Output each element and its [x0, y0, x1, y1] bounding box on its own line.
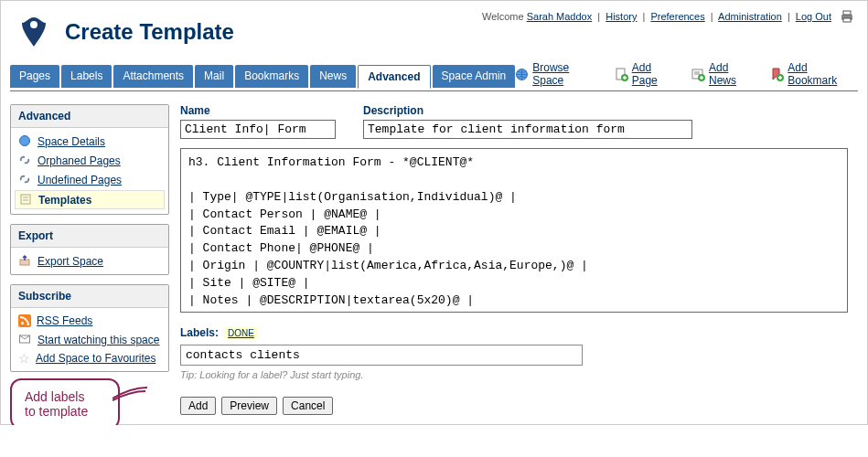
labels-label: Labels:: [180, 326, 219, 339]
tab-bookmarks[interactable]: Bookmarks: [235, 65, 308, 88]
labels-input[interactable]: [180, 345, 583, 366]
callout-tail-icon: [113, 386, 149, 408]
preview-button[interactable]: Preview: [221, 397, 277, 415]
sidebar-item-watch[interactable]: Start watching this space: [13, 330, 166, 349]
news-add-icon: [691, 68, 705, 81]
preferences-link[interactable]: Preferences: [650, 11, 704, 22]
rss-icon: [18, 314, 31, 327]
welcome-text: Welcome: [482, 11, 527, 22]
page-add-icon: [615, 68, 628, 81]
sidebar-item-space-details[interactable]: Space Details: [13, 132, 166, 151]
description-input[interactable]: [363, 120, 692, 139]
history-link[interactable]: History: [605, 11, 637, 22]
name-input[interactable]: [180, 120, 336, 139]
tab-mail[interactable]: Mail: [195, 65, 233, 88]
labels-tip: Tip: Looking for a label? Just start typ…: [180, 369, 858, 380]
svg-rect-2: [843, 18, 851, 22]
tab-pages[interactable]: Pages: [10, 65, 59, 88]
browse-space-link[interactable]: Browse Space: [515, 61, 601, 87]
sidebar-item-favourite[interactable]: ☆ Add Space to Favourites: [13, 349, 166, 367]
sidebar-heading-subscribe: Subscribe: [11, 285, 168, 308]
add-bookmark-link[interactable]: Add Bookmark: [770, 61, 858, 87]
tab-attachments[interactable]: Attachments: [113, 65, 193, 88]
logout-link[interactable]: Log Out: [796, 11, 831, 22]
primary-tabs: Pages Labels Attachments Mail Bookmarks …: [10, 65, 515, 88]
export-icon: [18, 254, 32, 268]
name-label: Name: [180, 104, 336, 117]
labels-done-link[interactable]: DONE: [224, 327, 258, 339]
star-icon: ☆: [18, 352, 30, 365]
svg-rect-1: [843, 11, 851, 15]
tab-news[interactable]: News: [310, 65, 356, 88]
page-title: Create Template: [65, 19, 234, 45]
globe-icon: [18, 134, 32, 148]
sidebar-heading-advanced: Advanced: [11, 105, 168, 128]
administration-link[interactable]: Administration: [718, 11, 782, 22]
sidebar-item-rss[interactable]: RSS Feeds: [13, 312, 166, 330]
cancel-button[interactable]: Cancel: [283, 397, 333, 415]
sidebar-heading-export: Export: [11, 225, 168, 248]
user-links: Welcome Sarah Maddox | History | Prefere…: [482, 10, 854, 25]
sidebar-item-templates[interactable]: Templates: [15, 190, 165, 209]
tab-space-admin[interactable]: Space Admin: [433, 65, 516, 88]
add-news-link[interactable]: Add News: [691, 61, 757, 87]
annotation-callout: Add labels to template: [10, 378, 120, 425]
sidebar-item-orphaned[interactable]: Orphaned Pages: [13, 151, 166, 170]
username-link[interactable]: Sarah Maddox: [527, 11, 593, 22]
template-icon: [19, 193, 33, 207]
svg-point-12: [20, 136, 30, 146]
bookmark-add-icon: [770, 68, 784, 81]
sidebar-item-undefined[interactable]: Undefined Pages: [13, 170, 166, 189]
add-button[interactable]: Add: [180, 397, 216, 415]
svg-rect-13: [21, 195, 30, 204]
tab-advanced[interactable]: Advanced: [358, 65, 430, 89]
sidebar-advanced-panel: Advanced Space Details Orphaned Pages Un…: [10, 104, 169, 215]
tab-labels[interactable]: Labels: [61, 65, 112, 88]
svg-point-3: [30, 21, 38, 28]
add-page-link[interactable]: Add Page: [615, 61, 679, 87]
link-icon: [18, 173, 32, 186]
sidebar-item-export-space[interactable]: Export Space: [13, 251, 166, 271]
template-body-textarea[interactable]: [180, 148, 848, 313]
app-logo-icon: [16, 14, 52, 50]
globe-icon: [515, 68, 529, 81]
sidebar-subscribe-panel: Subscribe RSS Feeds Start watching this …: [10, 284, 169, 372]
description-label: Description: [363, 104, 692, 117]
sidebar-export-panel: Export Export Space: [10, 224, 169, 275]
print-icon[interactable]: [840, 10, 854, 25]
envelope-icon: [18, 333, 32, 346]
link-icon: [18, 154, 32, 167]
